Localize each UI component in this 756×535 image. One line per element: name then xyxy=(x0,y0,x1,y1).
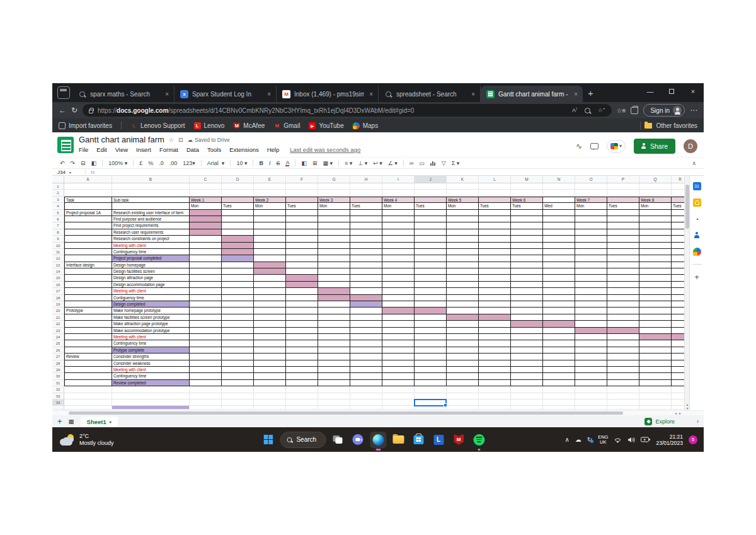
vertical-scroll-thumb[interactable] xyxy=(685,185,689,229)
cell-E12[interactable] xyxy=(254,255,286,262)
cell-E11[interactable] xyxy=(254,249,286,255)
cell-Q12[interactable] xyxy=(639,255,672,262)
cell-A24[interactable] xyxy=(64,334,112,340)
row-header-22[interactable]: 22 xyxy=(52,321,64,327)
cell-N14[interactable] xyxy=(543,268,575,275)
cell-I19[interactable] xyxy=(382,301,415,308)
cell-G19[interactable] xyxy=(318,301,350,308)
cell-A10[interactable] xyxy=(64,243,112,249)
cell-J31[interactable] xyxy=(415,380,447,386)
column-header-A[interactable]: A xyxy=(64,176,112,183)
cell-E31[interactable] xyxy=(254,380,286,386)
cell-N26[interactable] xyxy=(543,347,575,354)
cell-M35[interactable] xyxy=(511,406,543,410)
cell-N23[interactable] xyxy=(543,328,575,334)
cell-Q18[interactable] xyxy=(639,295,672,301)
cell-B33[interactable] xyxy=(112,393,190,400)
cell-R24[interactable] xyxy=(672,334,684,340)
tab-close-icon[interactable]: × xyxy=(573,91,579,98)
cell-J9[interactable] xyxy=(415,236,447,242)
row-header-23[interactable]: 23 xyxy=(52,328,64,334)
cell-D14[interactable] xyxy=(222,268,254,275)
cell-D6[interactable] xyxy=(222,216,254,222)
cell-M21[interactable] xyxy=(511,314,543,321)
cell-O29[interactable] xyxy=(575,367,607,373)
cell-F34[interactable] xyxy=(286,400,318,406)
cell-D32[interactable] xyxy=(222,386,254,393)
cell-M22[interactable] xyxy=(511,321,543,327)
cell-F30[interactable] xyxy=(286,373,318,379)
cell-G28[interactable] xyxy=(318,360,350,367)
cell-O34[interactable] xyxy=(575,400,607,406)
cell-G22[interactable] xyxy=(318,321,350,327)
cell-O28[interactable] xyxy=(575,360,607,367)
cell-K35[interactable] xyxy=(447,406,479,410)
cell-F4[interactable]: Tues xyxy=(286,203,318,209)
cell-O21[interactable] xyxy=(575,314,607,321)
cell-L16[interactable] xyxy=(479,282,511,288)
cell-K15[interactable] xyxy=(447,275,479,281)
cell-L11[interactable] xyxy=(479,249,511,255)
cell-G23[interactable] xyxy=(318,328,350,334)
cell-N34[interactable] xyxy=(543,400,575,406)
browser-tab[interactable]: spreadsheet - Search× xyxy=(379,86,481,102)
cell-F31[interactable] xyxy=(286,380,318,386)
cell-H35[interactable] xyxy=(350,406,382,410)
cell-E7[interactable] xyxy=(254,222,286,229)
get-addons-icon[interactable]: + xyxy=(694,273,699,282)
cell-G27[interactable] xyxy=(318,354,350,360)
cell-L33[interactable] xyxy=(479,393,511,400)
cell-D24[interactable] xyxy=(222,334,254,340)
cell-K2[interactable] xyxy=(447,190,479,196)
cell-C33[interactable] xyxy=(190,393,222,400)
cell-K12[interactable] xyxy=(447,255,479,262)
cell-O10[interactable] xyxy=(575,243,607,249)
cell-R2[interactable] xyxy=(672,190,684,196)
cell-A5[interactable]: Project proposal 1A xyxy=(64,210,112,216)
decrease-decimal-button[interactable]: .0 xyxy=(159,160,164,166)
cell-D31[interactable] xyxy=(222,380,254,386)
cell-O35[interactable] xyxy=(575,406,607,410)
cell-Q14[interactable] xyxy=(639,268,672,275)
cell-J22[interactable] xyxy=(415,321,447,327)
cell-Q4[interactable]: Mon xyxy=(639,203,672,209)
cell-L1[interactable] xyxy=(479,183,511,190)
cell-A34[interactable] xyxy=(64,400,112,406)
cell-K30[interactable] xyxy=(447,373,479,379)
cell-I32[interactable] xyxy=(382,386,415,393)
cell-D28[interactable] xyxy=(222,360,254,367)
keep-icon[interactable] xyxy=(693,198,701,207)
cell-B17[interactable]: Meeting with client xyxy=(112,288,190,294)
row-header-26[interactable]: 26 xyxy=(52,347,64,354)
cell-M10[interactable] xyxy=(511,243,543,249)
cell-O1[interactable] xyxy=(575,183,607,190)
row-header-32[interactable]: 32 xyxy=(52,386,64,393)
cell-C11[interactable] xyxy=(190,249,222,255)
cell-M15[interactable] xyxy=(511,275,543,281)
tab-actions-icon[interactable] xyxy=(57,86,70,99)
cell-Q29[interactable] xyxy=(639,367,672,373)
cell-H4[interactable]: Tues xyxy=(350,203,382,209)
cell-J27[interactable] xyxy=(415,354,447,360)
cell-F28[interactable] xyxy=(286,360,318,367)
cell-E24[interactable] xyxy=(254,334,286,340)
cell-R26[interactable] xyxy=(672,347,684,354)
cell-D4[interactable]: Tues xyxy=(222,203,254,209)
cell-D17[interactable] xyxy=(222,288,254,294)
insert-chart-icon[interactable] xyxy=(430,161,436,166)
horizontal-scrollbar[interactable]: ◂▸ xyxy=(52,410,704,415)
cell-B7[interactable]: Find project requirements xyxy=(112,222,190,229)
cell-R25[interactable] xyxy=(672,340,684,347)
cell-L12[interactable] xyxy=(479,255,511,262)
cell-L4[interactable]: Tues xyxy=(479,203,511,209)
cell-H5[interactable] xyxy=(350,210,382,216)
cell-N29[interactable] xyxy=(543,367,575,373)
cell-I20[interactable] xyxy=(382,308,415,314)
cell-E26[interactable] xyxy=(254,347,286,354)
row-header-1[interactable]: 1 xyxy=(52,183,64,190)
cell-B32[interactable] xyxy=(112,386,190,393)
cell-L3[interactable] xyxy=(479,197,511,203)
row-header-31[interactable]: 31 xyxy=(52,380,64,386)
cell-E2[interactable] xyxy=(254,190,286,196)
cell-O26[interactable] xyxy=(575,347,607,354)
